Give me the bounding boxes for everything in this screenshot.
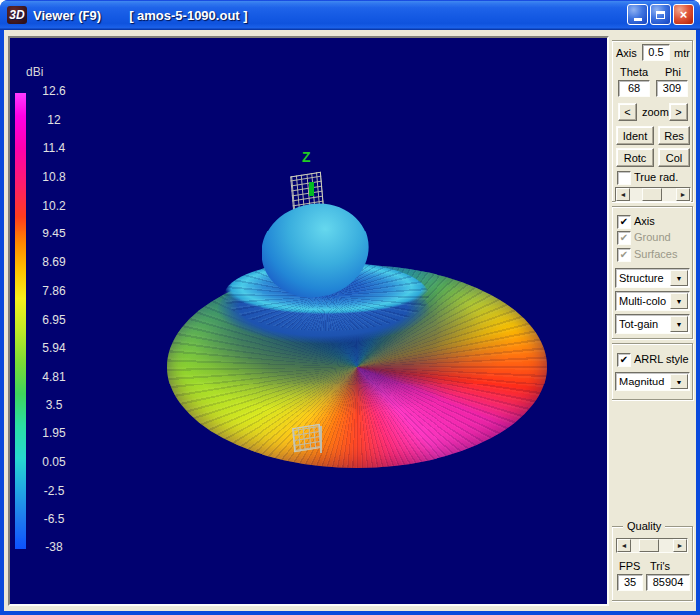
resolution-slider-thumb[interactable] — [642, 188, 662, 201]
quality-legend: Quality — [623, 520, 665, 532]
col-button[interactable]: Col — [658, 148, 690, 167]
theta-label: Theta — [620, 66, 648, 78]
resolution-slider[interactable]: ◄ ► — [615, 187, 691, 202]
app-icon: 3D — [7, 6, 27, 24]
scale-unit-label: dBi — [26, 65, 43, 78]
arrl-style-label: ARRL style — [634, 353, 689, 366]
ground-checkbox-label: Ground — [634, 231, 671, 244]
client-area: dBi 12.61211.410.810.29.458.697.866.955.… — [4, 30, 696, 611]
ident-button[interactable]: Ident — [616, 126, 654, 145]
scale-tick-label: 3.5 — [33, 399, 75, 412]
color-mode-dropdown[interactable]: Multi-colo ▼ — [615, 291, 690, 311]
z-axis-label: Z — [302, 149, 311, 165]
scale-tick-label: 4.81 — [33, 371, 75, 384]
scale-tick-label: -2.5 — [33, 485, 75, 498]
view-controls-group: Axis 0.5 mtr Theta Phi 68 309 < zoom > I… — [612, 40, 693, 202]
tris-value: 85904 — [646, 574, 690, 591]
rotc-button[interactable]: Rotc — [616, 148, 654, 167]
scale-tick-label: 9.45 — [33, 228, 75, 240]
magnitude-dropdown[interactable]: Magnitud ▼ — [615, 372, 690, 391]
gain-type-dropdown-value: Tot-gain — [619, 317, 671, 331]
antenna-mesh-panel-lower — [292, 424, 322, 452]
viewer-window: 3D Viewer (F9) [ amos-5-1090.out ] × dBi… — [0, 0, 700, 615]
phi-input[interactable]: 309 — [656, 80, 688, 97]
arrl-style-group: ✔ ARRL style Magnitud ▼ — [612, 343, 693, 400]
chevron-down-icon[interactable]: ▼ — [670, 293, 688, 309]
z-axis-marker — [309, 182, 314, 196]
scale-tick-label: -38 — [33, 541, 75, 554]
theta-input[interactable]: 68 — [618, 80, 650, 97]
scale-tick-label: -6.5 — [33, 513, 75, 526]
ground-checkbox: ✔ — [617, 231, 631, 245]
scale-tick-label: 12.6 — [33, 85, 75, 98]
surfaces-checkbox: ✔ — [617, 248, 631, 262]
window-title: Viewer (F9) — [33, 8, 101, 23]
axis-unit-label: mtr — [674, 47, 690, 60]
chevron-down-icon[interactable]: ▼ — [670, 374, 688, 389]
tris-label: Tri's — [650, 560, 670, 573]
scale-tick-label: 1.95 — [33, 427, 75, 440]
scale-ticks: 12.61211.410.810.29.458.697.866.955.944.… — [33, 85, 75, 554]
true-rad-checkbox[interactable] — [617, 171, 631, 185]
axis-size-label: Axis — [616, 47, 637, 60]
scale-tick-label: 11.4 — [33, 142, 75, 155]
color-mode-dropdown-value: Multi-colo — [619, 294, 671, 308]
scale-tick-label: 5.94 — [33, 342, 75, 355]
axis-checkbox-label: Axis — [634, 215, 655, 228]
minimize-button[interactable] — [627, 4, 648, 25]
structure-dropdown-value: Structure — [619, 271, 671, 285]
scale-tick-label: 7.86 — [33, 285, 75, 298]
res-button[interactable]: Res — [658, 126, 690, 145]
control-panel: Axis 0.5 mtr Theta Phi 68 309 < zoom > I… — [609, 36, 696, 605]
window-title-filename: [ amos-5-1090.out ] — [129, 8, 247, 23]
quality-group: Quality ◄ ► FPS Tri's 35 85904 — [612, 526, 693, 601]
phi-label: Phi — [665, 66, 681, 78]
scale-tick-label: 12 — [33, 114, 75, 127]
zoom-out-button[interactable]: < — [618, 103, 637, 121]
slider-right-arrow-icon[interactable]: ► — [673, 539, 687, 552]
gain-color-scale — [15, 93, 26, 549]
quality-slider[interactable]: ◄ ► — [616, 538, 688, 553]
close-button[interactable]: × — [673, 4, 694, 25]
scale-tick-label: 10.2 — [33, 200, 75, 213]
zoom-in-button[interactable]: > — [669, 103, 688, 121]
arrl-style-checkbox[interactable]: ✔ — [617, 353, 631, 367]
minimize-icon — [634, 18, 642, 21]
fps-value: 35 — [617, 574, 643, 591]
title-bar[interactable]: 3D Viewer (F9) [ amos-5-1090.out ] × — [0, 0, 700, 30]
scale-tick-label: 6.95 — [33, 314, 75, 327]
chevron-down-icon[interactable]: ▼ — [670, 270, 688, 286]
slider-right-arrow-icon[interactable]: ► — [676, 188, 690, 201]
slider-left-arrow-icon[interactable]: ◄ — [617, 539, 631, 552]
maximize-button[interactable] — [650, 4, 671, 25]
fps-label: FPS — [619, 560, 640, 573]
chevron-down-icon[interactable]: ▼ — [670, 316, 688, 332]
magnitude-dropdown-value: Magnitud — [619, 375, 671, 388]
zoom-label: zoom — [642, 106, 669, 119]
maximize-icon — [656, 11, 665, 19]
close-icon: × — [680, 8, 688, 21]
structure-dropdown[interactable]: Structure ▼ — [615, 268, 690, 288]
scale-tick-label: 8.69 — [33, 256, 75, 269]
scale-tick-label: 0.05 — [33, 456, 75, 469]
antenna-mast-lower — [320, 426, 322, 453]
3d-viewport-canvas[interactable]: dBi 12.61211.410.810.29.458.697.866.955.… — [8, 36, 609, 606]
slider-left-arrow-icon[interactable]: ◄ — [616, 188, 630, 201]
true-rad-label: True rad. — [634, 171, 678, 184]
axis-checkbox[interactable]: ✔ — [617, 215, 631, 229]
scale-tick-label: 10.8 — [33, 171, 75, 184]
display-options-group: ✔ Axis ✔ Ground ✔ Surfaces Structure ▼ M… — [612, 206, 693, 339]
surfaces-checkbox-label: Surfaces — [634, 248, 677, 261]
gain-type-dropdown[interactable]: Tot-gain ▼ — [615, 314, 690, 334]
axis-size-input[interactable]: 0.5 — [642, 44, 670, 61]
quality-slider-thumb[interactable] — [639, 539, 659, 552]
